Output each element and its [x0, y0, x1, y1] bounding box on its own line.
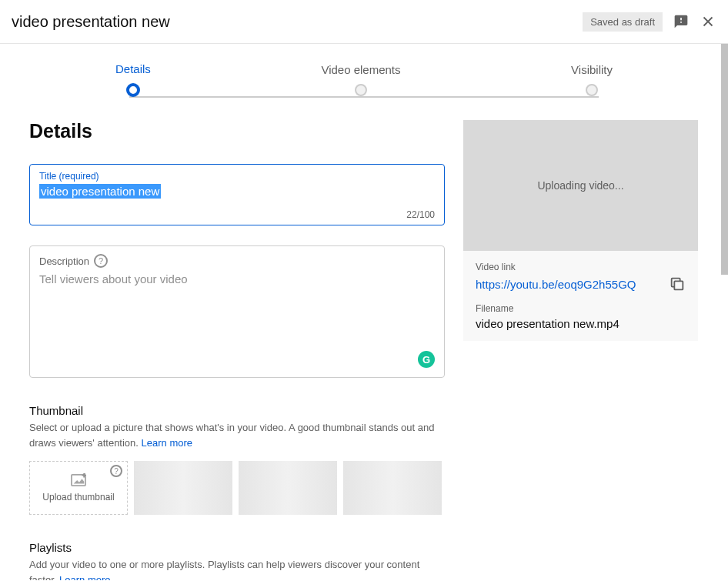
playlists-description: Add your video to one or more playlists.… — [29, 557, 445, 580]
thumbnail-placeholder[interactable] — [239, 461, 337, 515]
description-placeholder[interactable]: Tell viewers about your video — [39, 272, 435, 342]
title-label: Title (required) — [39, 171, 435, 182]
svg-rect-0 — [674, 281, 683, 289]
video-link-label: Video link — [476, 262, 686, 272]
grammarly-icon[interactable]: G — [418, 351, 435, 368]
playlists-learn-more[interactable]: Learn more — [59, 574, 110, 581]
stepper-line — [129, 96, 599, 98]
description-label: Description — [39, 255, 89, 267]
scrollbar[interactable] — [721, 44, 728, 275]
draft-status-badge: Saved as draft — [583, 12, 663, 32]
filename-label: Filename — [476, 303, 686, 314]
thumbnail-desc-text: Select or upload a picture that shows wh… — [29, 422, 434, 449]
step-video-elements[interactable]: Video elements — [321, 63, 400, 96]
details-heading: Details — [29, 120, 445, 142]
left-column: Details Title (required) video presentat… — [29, 120, 445, 580]
thumbnail-placeholder[interactable] — [343, 461, 442, 515]
step-details-circle — [126, 83, 140, 97]
video-info-box: Video link https://youtu.be/eoq9G2h55GQ … — [463, 251, 698, 341]
thumbnail-placeholder[interactable] — [134, 461, 232, 515]
upload-thumbnail-label: Upload thumbnail — [42, 492, 114, 503]
upload-stepper: Details Video elements Visibility — [0, 44, 728, 97]
playlists-heading: Playlists — [29, 541, 445, 554]
help-icon[interactable]: ? — [110, 465, 122, 477]
title-value[interactable]: video presentation new — [39, 184, 161, 199]
dialog-title: video presentation new — [12, 13, 170, 31]
description-label-row: Description ? — [39, 254, 435, 268]
header-actions: Saved as draft — [583, 12, 716, 32]
thumbnail-description: Select or upload a picture that shows wh… — [29, 420, 445, 450]
video-link-row: https://youtu.be/eoq9G2h55GQ — [476, 275, 686, 292]
description-input-field[interactable]: Description ? Tell viewers about your vi… — [29, 245, 445, 378]
content-area: Details Title (required) video presentat… — [0, 97, 728, 580]
thumbnail-row: ? Upload thumbnail — [29, 461, 445, 515]
dialog-header: video presentation new Saved as draft — [0, 0, 728, 44]
title-char-count: 22/100 — [39, 209, 435, 220]
close-icon[interactable] — [700, 13, 716, 30]
copy-icon[interactable] — [669, 275, 686, 292]
step-visibility-label: Visibility — [571, 63, 613, 76]
video-preview: Uploading video... — [463, 120, 698, 251]
image-upload-icon — [70, 473, 87, 487]
filename-value: video presentation new.mp4 — [476, 317, 686, 330]
step-visibility[interactable]: Visibility — [571, 63, 613, 96]
right-column: Uploading video... Video link https://yo… — [463, 120, 698, 580]
thumbnail-heading: Thumbnail — [29, 404, 445, 417]
upload-status: Uploading video... — [537, 179, 623, 192]
step-details[interactable]: Details — [115, 62, 151, 97]
step-visibility-circle — [586, 84, 598, 96]
step-video-elements-label: Video elements — [321, 63, 400, 76]
playlists-section: Playlists Add your video to one or more … — [29, 541, 445, 580]
help-icon[interactable]: ? — [94, 254, 108, 268]
upload-thumbnail-button[interactable]: ? Upload thumbnail — [29, 461, 128, 515]
title-input-field[interactable]: Title (required) video presentation new … — [29, 164, 445, 225]
step-video-elements-circle — [355, 84, 367, 96]
video-link[interactable]: https://youtu.be/eoq9G2h55GQ — [476, 278, 636, 291]
feedback-icon[interactable] — [673, 14, 689, 29]
step-details-label: Details — [115, 62, 151, 75]
thumbnail-learn-more[interactable]: Learn more — [142, 437, 192, 449]
thumbnail-section: Thumbnail Select or upload a picture tha… — [29, 404, 445, 515]
